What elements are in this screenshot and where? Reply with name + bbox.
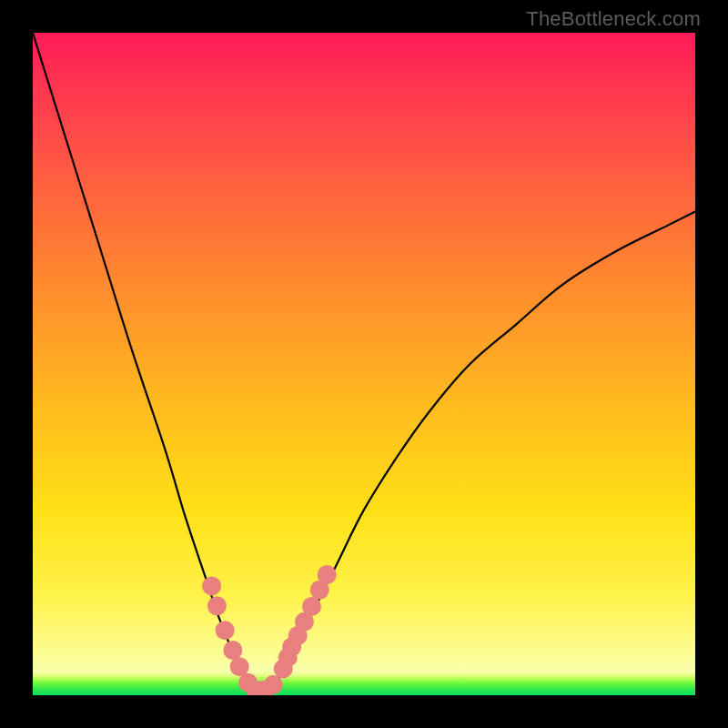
- marker-dot: [264, 675, 283, 694]
- watermark-text: TheBottleneck.com: [526, 7, 701, 31]
- marker-dot: [318, 565, 337, 584]
- marker-dot: [216, 621, 235, 640]
- marker-dot: [302, 597, 321, 616]
- chart-overlay: [33, 33, 695, 695]
- marker-dot: [207, 596, 227, 615]
- plot-area: [33, 33, 695, 695]
- marker-dot: [223, 641, 242, 660]
- outer-frame: TheBottleneck.com: [0, 0, 728, 728]
- marker-dot: [202, 576, 221, 595]
- highlight-markers: [202, 565, 337, 695]
- bottleneck-curve: [33, 33, 695, 692]
